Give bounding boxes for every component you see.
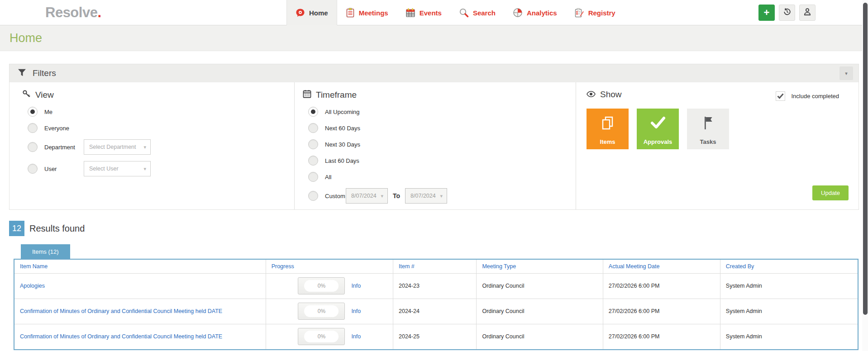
date-value: 8/07/2024 — [410, 193, 436, 199]
table-row: Apologies 0% Info 2024-23 Ordinary Counc… — [14, 273, 858, 299]
custom-from-date-select[interactable]: 8/07/2024 ▾ — [346, 188, 388, 204]
info-link[interactable]: Info — [351, 308, 361, 314]
user-button[interactable] — [799, 5, 816, 21]
radio-label: Next 30 Days — [325, 141, 360, 148]
item-name-link[interactable]: Apologies — [20, 283, 45, 289]
funnel-icon — [18, 69, 26, 78]
item-name-link[interactable]: Confirmation of Minutes of Ordinary and … — [20, 333, 222, 340]
progress-widget[interactable]: 0% — [298, 303, 345, 320]
progress-value: 0% — [304, 331, 339, 342]
timeframe-option-custom[interactable]: Custom 8/07/2024 ▾ To 8/07/2024 ▾ — [308, 188, 576, 204]
tab-items[interactable]: Items (12) — [21, 244, 70, 259]
timeframe-option-next-60[interactable]: Next 60 Days — [308, 123, 576, 133]
radio-everyone[interactable] — [28, 123, 38, 133]
timeframe-option-all[interactable]: All — [308, 172, 576, 182]
timeframe-option-all-upcoming[interactable]: All Upcoming — [308, 107, 576, 117]
history-button[interactable] — [779, 5, 795, 21]
chevron-down-icon: ▾ — [143, 166, 146, 172]
item-number-cell: 2024-24 — [393, 299, 476, 324]
timeframe-option-last-60[interactable]: Last 60 Days — [308, 156, 576, 166]
nav-tab-meetings[interactable]: Meetings — [337, 0, 397, 25]
radio-label: Me — [44, 109, 52, 115]
actual-meeting-date-cell: 27/02/2026 6:00 PM — [603, 299, 720, 324]
view-option-everyone[interactable]: Everyone — [28, 123, 294, 133]
nav-tab-home[interactable]: Home — [286, 0, 337, 25]
show-tile-approvals[interactable]: Approvals — [637, 109, 679, 149]
show-tile-tasks[interactable]: Tasks — [687, 109, 729, 149]
radio-label: Department — [44, 144, 84, 151]
tile-label: Approvals — [637, 138, 679, 145]
top-navbar: Resolve. Home Meetings Events Search — [0, 0, 868, 25]
radio-label: All — [325, 174, 331, 180]
radio-last-60[interactable] — [308, 156, 318, 166]
created-by-cell: System Admin — [720, 324, 858, 349]
results-tabs: Items (12) — [21, 244, 868, 259]
filters-header: Filters ▾ — [10, 64, 858, 82]
view-option-user[interactable]: User Select User ▾ — [28, 161, 294, 176]
radio-all-upcoming[interactable] — [308, 107, 318, 117]
table-header-row: Item Name Progress Item # Meeting Type A… — [14, 260, 858, 273]
progress-widget[interactable]: 0% — [298, 277, 345, 294]
progress-widget[interactable]: 0% — [298, 328, 345, 345]
include-completed-checkbox[interactable] — [776, 91, 785, 101]
check-icon — [637, 116, 679, 129]
radio-label: Last 60 Days — [325, 157, 359, 164]
column-header-actual-meeting-date[interactable]: Actual Meeting Date — [603, 260, 720, 273]
person-icon — [803, 7, 812, 18]
view-option-me[interactable]: Me — [28, 107, 294, 117]
results-header: 12 Results found — [9, 221, 868, 236]
nav-tab-registry[interactable]: Registry — [566, 0, 624, 25]
add-button[interactable]: + — [758, 5, 775, 21]
tile-label: Tasks — [687, 138, 729, 145]
radio-custom[interactable] — [308, 191, 318, 201]
column-header-progress[interactable]: Progress — [266, 260, 393, 273]
nav-tab-search[interactable]: Search — [450, 0, 504, 25]
department-select[interactable]: Select Department ▾ — [84, 139, 151, 155]
radio-me[interactable] — [28, 107, 38, 117]
chevron-down-icon: ▾ — [143, 144, 146, 150]
radio-user[interactable] — [28, 164, 38, 174]
nav-tab-events[interactable]: Events — [397, 0, 450, 25]
column-header-meeting-type[interactable]: Meeting Type — [477, 260, 603, 273]
check-icon — [777, 93, 784, 99]
column-header-created-by[interactable]: Created By — [720, 260, 858, 273]
timeframe-option-next-30[interactable]: Next 30 Days — [308, 139, 576, 149]
radio-label: All Upcoming — [325, 109, 360, 115]
radio-department[interactable] — [28, 142, 38, 152]
column-header-item-name[interactable]: Item Name — [14, 260, 266, 273]
radio-all[interactable] — [308, 172, 318, 182]
info-link[interactable]: Info — [351, 333, 361, 340]
info-link[interactable]: Info — [351, 283, 361, 289]
column-header-item-no[interactable]: Item # — [393, 260, 476, 273]
nav-tab-analytics[interactable]: Analytics — [504, 0, 566, 25]
timeframe-title: Timeframe — [316, 90, 357, 100]
show-tile-items[interactable]: Items — [587, 109, 629, 149]
item-name-link[interactable]: Confirmation of Minutes of Ordinary and … — [20, 308, 222, 314]
scrollbar-thumb[interactable] — [863, 3, 868, 315]
progress-value: 0% — [304, 280, 339, 292]
meeting-type-cell: Ordinary Council — [477, 273, 603, 299]
radio-next-30[interactable] — [308, 139, 318, 149]
nav-tab-label: Analytics — [527, 9, 557, 17]
view-option-department[interactable]: Department Select Department ▾ — [28, 139, 294, 155]
results-found-label: Results found — [29, 223, 85, 234]
events-icon — [405, 8, 415, 18]
user-select[interactable]: Select User ▾ — [84, 161, 151, 176]
custom-to-date-select[interactable]: 8/07/2024 ▾ — [405, 188, 447, 204]
actual-meeting-date-cell: 27/02/2026 6:00 PM — [603, 273, 720, 299]
filters-collapse-button[interactable]: ▾ — [839, 66, 853, 80]
include-completed-label: Include completed — [791, 93, 839, 100]
include-completed-control[interactable]: Include completed — [776, 91, 839, 101]
show-tiles: Items Approvals Tasks — [587, 109, 858, 149]
page-title: Home — [10, 31, 42, 45]
item-number-cell: 2024-25 — [393, 324, 476, 349]
table-row: Confirmation of Minutes of Ordinary and … — [14, 299, 858, 324]
calendar-icon — [303, 90, 311, 100]
app-logo: Resolve. — [45, 5, 101, 21]
actual-meeting-date-cell: 27/02/2026 6:00 PM — [603, 324, 720, 349]
radio-next-60[interactable] — [308, 123, 318, 133]
page-scrollbar[interactable] — [862, 0, 868, 351]
flag-icon — [687, 116, 729, 130]
update-button[interactable]: Update — [812, 185, 849, 200]
chevron-down-icon: ▾ — [381, 193, 383, 199]
